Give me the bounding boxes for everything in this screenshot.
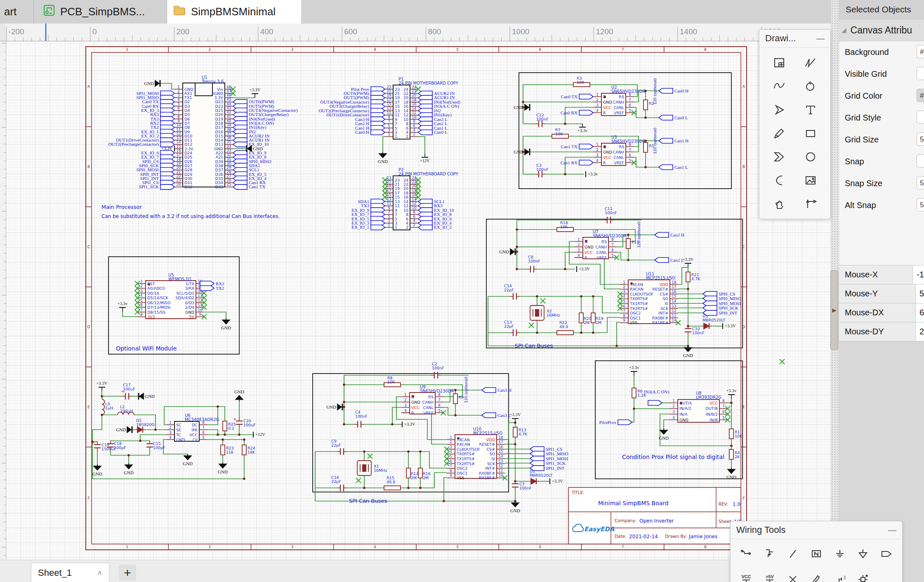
attribute-input[interactable]: 5 [917,198,924,211]
gnd-symbol[interactable] [139,393,144,399]
probe-tool-icon[interactable] [851,570,875,582]
rect-tool-icon[interactable] [795,121,826,145]
attribute-input[interactable] [917,67,924,80]
attribute-input[interactable] [917,111,924,124]
gnd-symbol[interactable] [512,503,519,507]
gnd-symbol[interactable] [184,456,191,460]
gnd-symbol[interactable] [236,395,243,400]
drawing-tools-panel[interactable]: Drawi... — [759,29,831,219]
image-tool-icon[interactable] [795,168,826,192]
wire[interactable] [347,452,447,468]
wire[interactable] [565,252,575,269]
net-flag[interactable] [655,258,669,263]
attribute-input[interactable]: # [917,89,924,102]
resistor-R16[interactable] [418,468,422,478]
caption[interactable]: 120 (optional) [637,221,641,248]
text-tool-icon[interactable] [795,98,826,121]
gnd-symbol[interactable] [94,466,101,470]
tab-simpbmsminimal-active[interactable]: SimpBMSMinimal [167,0,301,24]
bezier-tool-icon[interactable] [764,168,795,192]
add-sheet-button[interactable]: + [119,565,136,581]
sheet-title[interactable]: Minimal SimpBMS Board [598,500,669,506]
wire[interactable] [204,312,226,318]
wiring-tools-panel[interactable]: Wiring Tools — VCC+5V1 [730,521,903,582]
net-flag[interactable] [482,388,496,393]
wire[interactable] [140,435,166,441]
resistor-R21[interactable] [686,272,690,282]
resistor-R5[interactable] [644,142,648,152]
component-value[interactable]: SN65HVD230DR [611,89,645,94]
net-flag[interactable] [703,310,717,315]
net-name[interactable]: PilotProx [599,420,616,425]
gnd-symbol[interactable] [125,465,132,469]
caption[interactable]: SPI Can Buses [349,498,387,504]
net-name[interactable]: SPI1_INT [546,466,565,471]
chevron-up-icon[interactable]: ∧ [97,568,102,577]
net-flag[interactable] [160,185,174,189]
pencil-tool-icon[interactable] [764,121,795,145]
resistor-R20[interactable] [579,313,583,323]
component-value[interactable]: SN65HVD230DR [420,389,454,393]
net-name[interactable]: Can1 TX [561,144,578,149]
net-name[interactable]: SPI0_MISO [719,296,741,301]
gnd-symbol[interactable] [510,249,514,255]
pen-tool-icon[interactable] [805,570,828,582]
caption[interactable]: Can be substituted with a 3.2 if not usi… [101,213,280,219]
gnd-symbol[interactable] [155,80,159,86]
net-name[interactable]: Can1 RX [561,160,578,165]
move-tool-icon[interactable] [795,192,826,215]
diode-D3[interactable] [704,323,709,329]
diode-D1[interactable] [531,478,536,484]
net-flag[interactable] [655,232,669,237]
minimize-icon[interactable]: — [816,34,825,43]
component-value[interactable]: 24 PIN MOTHERBOARD COPY [398,81,459,85]
net-name[interactable]: OUT2(PrechargeContactor) [108,142,159,147]
wire[interactable] [520,296,620,313]
ground-2-tool-icon[interactable] [851,545,875,563]
net-flag[interactable] [530,451,544,456]
plus-5v-tool-icon[interactable]: +5V [758,570,782,582]
wire[interactable] [392,407,401,424]
net-name[interactable]: SPI0_SCK [719,305,738,310]
arrow-tool-icon[interactable] [764,98,795,121]
net-name[interactable]: Can2 L [670,258,684,263]
wire[interactable] [443,407,482,415]
net-flag[interactable] [579,144,593,149]
wire-tool-icon[interactable] [735,545,758,563]
resistor-R22[interactable] [557,331,573,335]
net-flag[interactable] [482,413,496,418]
resistor-R2[interactable] [644,100,648,110]
collapse-icon[interactable]: ◢ [842,26,846,34]
no-connect-tool-icon[interactable] [781,570,805,582]
net-flag[interactable] [530,461,544,466]
horizontal-ruler[interactable]: -20002004006008001000120014001600 [6,24,831,41]
net-name[interactable]: SPI0_INT [719,310,738,315]
attribute-input[interactable] [917,154,924,168]
wiring-tools-header[interactable]: Wiring Tools — [731,521,902,539]
net-flag[interactable] [371,225,385,230]
caption[interactable]: SPI Can Buses [515,343,553,349]
net-port-tool-icon[interactable] [874,545,898,563]
net-name[interactable]: Can1 TX [249,184,265,189]
net-name[interactable]: Can3 L [497,413,511,418]
resistor-R6[interactable] [632,388,636,398]
wire[interactable] [617,322,620,346]
caption[interactable]: 120 (optional) [464,376,468,403]
sheet-tab[interactable]: Sheet_1 ∧ [31,563,109,582]
net-flag[interactable] [579,94,593,99]
net-name[interactable]: Can1 L [674,165,688,170]
net-flag[interactable] [659,165,673,170]
gnd-symbol[interactable] [222,320,230,324]
net-name[interactable]: Can0 H [674,88,688,93]
net-name[interactable]: Can0 L [674,115,688,120]
net-name[interactable]: Can0 TX [561,94,578,99]
wire[interactable] [617,252,655,260]
net-name[interactable]: Can1 H [674,138,688,143]
gnd-symbol[interactable] [525,104,529,110]
component-value[interactable]: Teensy 3.6 [201,79,224,84]
gnd-symbol[interactable] [379,154,387,158]
arc-tool-icon[interactable] [764,74,795,98]
net-flag[interactable] [233,185,247,189]
wire[interactable] [207,407,218,425]
caption[interactable]: Condition Prox Pilot signal to digital [622,454,724,460]
